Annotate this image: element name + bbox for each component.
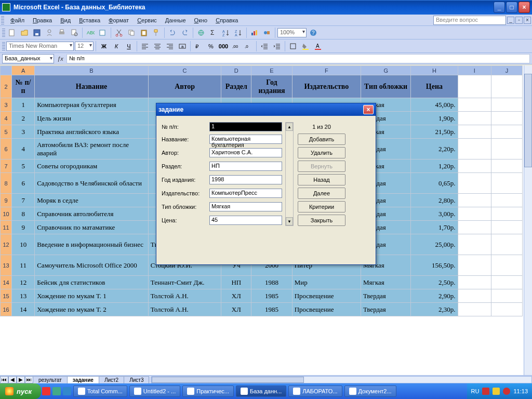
- row-header-7[interactable]: 7: [1, 159, 12, 173]
- currency-icon[interactable]: ₽: [193, 41, 204, 52]
- dialog-close-button[interactable]: ×: [363, 105, 374, 114]
- fx-icon[interactable]: ƒx: [54, 56, 66, 62]
- cell-title[interactable]: Садоводство в Челябинской области: [35, 173, 149, 194]
- close-form-button[interactable]: Закрыть: [298, 215, 345, 226]
- row-header-11[interactable]: 11: [1, 221, 12, 234]
- cell-title[interactable]: Справочник автолюбителя: [35, 207, 149, 221]
- row-header-10[interactable]: 10: [1, 207, 12, 221]
- row-header-3[interactable]: 3: [1, 98, 12, 112]
- col-header-H[interactable]: H: [411, 66, 458, 75]
- field-title[interactable]: Компьютерная бухгалтерия: [209, 135, 282, 144]
- cell-author[interactable]: Теннант-Смит Дж.: [148, 276, 221, 289]
- cell-price[interactable]: 2,50р.: [411, 276, 458, 289]
- tab-nav-prev[interactable]: ◀: [8, 376, 17, 383]
- redo-icon[interactable]: [179, 27, 191, 38]
- spelling-icon[interactable]: ABC: [85, 27, 96, 38]
- tray-icon-1[interactable]: [482, 388, 489, 395]
- help-search-box[interactable]: Введите вопрос: [433, 16, 506, 25]
- next-button[interactable]: Далее: [298, 188, 345, 199]
- cell-cover[interactable]: Твердая: [361, 303, 411, 316]
- underline-icon[interactable]: Ч: [123, 41, 135, 52]
- cell-title[interactable]: Самоучитель Microsoft Office 2000: [35, 255, 149, 276]
- cell-price[interactable]: 2,20р.: [411, 139, 458, 159]
- form-scrollbar[interactable]: ▲▼: [285, 122, 294, 226]
- align-left-icon[interactable]: [139, 41, 151, 52]
- cell-year[interactable]: 1985: [251, 303, 292, 316]
- sort-desc-icon[interactable]: ZA: [233, 27, 244, 38]
- cell-id[interactable]: 9: [12, 221, 35, 234]
- cell-title[interactable]: Бейсик для статистиков: [35, 276, 149, 289]
- cell-price[interactable]: 2,90р.: [411, 289, 458, 303]
- zoom-combo[interactable]: 100%: [277, 28, 307, 37]
- row-header-6[interactable]: 6: [1, 139, 12, 159]
- row-header-14[interactable]: 14: [1, 276, 12, 289]
- table-header[interactable]: № п/п: [12, 75, 35, 98]
- increase-decimal-icon[interactable]: ,00: [230, 41, 242, 52]
- research-icon[interactable]: [97, 27, 109, 38]
- cell-price[interactable]: 0,65р.: [411, 173, 458, 194]
- taskbar-item[interactable]: Практичес...: [182, 385, 234, 397]
- cell-section[interactable]: ХЛ: [221, 303, 251, 316]
- cell-id[interactable]: 10: [12, 234, 35, 255]
- menu-Формат[interactable]: Формат: [104, 16, 133, 24]
- cell-id[interactable]: 12: [12, 276, 35, 289]
- tray-icon-2[interactable]: [493, 388, 500, 395]
- prev-button[interactable]: Назад: [298, 174, 345, 185]
- cell-publisher[interactable]: Просвещение: [292, 289, 361, 303]
- decrease-decimal-icon[interactable]: ,0: [243, 41, 254, 52]
- row-header-12[interactable]: 12: [1, 234, 12, 255]
- cell-price[interactable]: 21,50р.: [411, 125, 458, 139]
- cell-title[interactable]: Справочник по матаматике: [35, 221, 149, 234]
- align-center-icon[interactable]: [152, 41, 163, 52]
- save-icon[interactable]: [31, 27, 43, 38]
- cell-cover[interactable]: Мягкая: [361, 276, 411, 289]
- new-icon[interactable]: [6, 27, 18, 38]
- col-header-B[interactable]: B: [35, 66, 149, 75]
- minimize-button[interactable]: _: [494, 2, 505, 13]
- maximize-button[interactable]: □: [506, 2, 517, 13]
- cell-section[interactable]: НП: [221, 276, 251, 289]
- menu-Вставка[interactable]: Вставка: [75, 16, 104, 24]
- cell-price[interactable]: 2,80р.: [411, 194, 458, 207]
- cell-price[interactable]: 25,00р.: [411, 234, 458, 255]
- taskbar-item[interactable]: Документ2...: [344, 385, 396, 397]
- doc-close-button[interactable]: ×: [524, 17, 531, 24]
- cell-price[interactable]: 1,70р.: [411, 221, 458, 234]
- cell-year[interactable]: 1985: [251, 289, 292, 303]
- align-right-icon[interactable]: [164, 41, 176, 52]
- start-button[interactable]: пуск: [0, 383, 41, 399]
- criteria-button[interactable]: Критерии: [298, 201, 345, 212]
- decrease-indent-icon[interactable]: [259, 41, 270, 52]
- table-header[interactable]: Автор: [148, 75, 221, 98]
- percent-icon[interactable]: %: [205, 41, 217, 52]
- cell-id[interactable]: 4: [12, 139, 35, 159]
- drawing-icon[interactable]: [261, 27, 273, 38]
- sheet-tab-результат[interactable]: результат: [33, 376, 68, 383]
- table-header[interactable]: Издательство: [292, 75, 361, 98]
- dialog-titlebar[interactable]: задание ×: [156, 103, 376, 116]
- field-cover[interactable]: Мягкая: [209, 202, 282, 211]
- cell-id[interactable]: 1: [12, 98, 35, 112]
- row-header-5[interactable]: 5: [1, 125, 12, 139]
- col-header-C[interactable]: C: [148, 66, 221, 75]
- cell-price[interactable]: 156,50р.: [411, 255, 458, 276]
- cell-price[interactable]: 2,30р.: [411, 303, 458, 316]
- menu-Окно[interactable]: Окно: [190, 16, 212, 24]
- cell-id[interactable]: 14: [12, 303, 35, 316]
- print-icon[interactable]: [56, 27, 68, 38]
- permission-icon[interactable]: [44, 27, 55, 38]
- cell-author[interactable]: Толстой А.Н.: [148, 303, 221, 316]
- cell-title[interactable]: Цель жизни: [35, 112, 149, 125]
- ql-app1-icon[interactable]: [52, 387, 61, 395]
- ql-app2-icon[interactable]: [63, 387, 71, 395]
- col-header-D[interactable]: D: [221, 66, 251, 75]
- font-name-combo[interactable]: Times New Roman: [6, 42, 74, 51]
- borders-icon[interactable]: [287, 41, 299, 52]
- taskbar-item[interactable]: Total Comm...: [73, 385, 127, 397]
- menu-Вид[interactable]: Вид: [56, 16, 75, 24]
- print-preview-icon[interactable]: [69, 27, 80, 38]
- menu-Справка[interactable]: Справка: [211, 16, 242, 24]
- sort-asc-icon[interactable]: AZ: [220, 27, 232, 38]
- hyperlink-icon[interactable]: [195, 27, 207, 38]
- doc-restore-button[interactable]: ▫: [515, 17, 523, 24]
